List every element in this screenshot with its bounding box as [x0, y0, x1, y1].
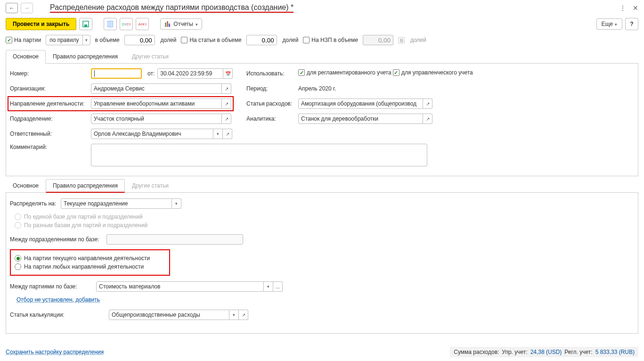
svg-rect-6: [165, 23, 166, 27]
sum-label: Сумма расходов:: [454, 349, 499, 355]
tab-main[interactable]: Основное: [6, 50, 46, 64]
distribute-select[interactable]: Текущее подразделение: [61, 198, 172, 209]
dir-label: Направление деятельности:: [10, 100, 91, 107]
mgmt-amount: 24,38 (USD): [530, 349, 562, 355]
distribute-label: Распределять на:: [10, 200, 61, 207]
article-open-icon[interactable]: [423, 98, 432, 109]
use-reg-checkbox[interactable]: [298, 69, 305, 76]
report-icon: [164, 21, 171, 27]
use-mgmt-checkbox[interactable]: [393, 69, 399, 76]
comment-label: Комментарий:: [10, 144, 91, 150]
lock-icon: ⊞: [398, 37, 405, 43]
radio-diff-base: [15, 222, 21, 229]
unit1-label: долей: [161, 37, 177, 43]
tab2-rule[interactable]: Правило распределения: [46, 179, 125, 193]
reg-amount: 5 833,33 (RUB): [595, 349, 635, 355]
use-label: Использовать:: [246, 70, 298, 77]
tab2-other: Другие статьи: [125, 179, 176, 192]
tab-rule[interactable]: Правило распределения: [46, 50, 125, 63]
back-button[interactable]: ←: [6, 3, 18, 13]
more-button[interactable]: Еще: [596, 18, 622, 30]
radio-single-base: [15, 213, 21, 220]
at-kt-icon[interactable]: АтKт: [136, 18, 149, 30]
dept-label: Подразделение:: [10, 115, 91, 122]
in-volume-label: в объеме: [95, 37, 120, 43]
resp-dropdown-icon[interactable]: [213, 129, 223, 139]
rule-select-dropdown[interactable]: [82, 35, 90, 45]
svg-rect-7: [167, 21, 168, 27]
on-batches-label: На партии: [14, 37, 41, 43]
volume3-input: [363, 35, 393, 45]
between-depts-label: Между подразделениями по базе:: [10, 236, 106, 243]
reports-label: Отчеты: [173, 21, 193, 27]
radio-any-dir-label: На партии любых направлений деятельности: [24, 263, 144, 270]
calc-article-dropdown-icon[interactable]: [229, 310, 239, 320]
close-icon[interactable]: ✕: [633, 4, 638, 12]
volume2-input[interactable]: [246, 35, 277, 45]
unit2-label: долей: [283, 37, 299, 43]
more-label: Еще: [602, 21, 613, 27]
volume1-input[interactable]: [124, 35, 155, 45]
help-button[interactable]: ?: [625, 18, 638, 30]
resp-input[interactable]: Орлов Александр Владимирович: [91, 129, 213, 139]
reg-label: Регл. учет:: [564, 349, 592, 355]
number-input[interactable]: [91, 68, 142, 79]
arrow-left-icon: ←: [9, 5, 15, 11]
rule-select-value[interactable]: по правилу: [46, 37, 82, 43]
mgmt-label: Упр. учет:: [502, 349, 527, 355]
filter-link[interactable]: Отбор не установлен, добавить: [16, 296, 100, 303]
article-input[interactable]: Амортизация оборудования (общепроизвод: [298, 98, 423, 109]
arrow-right-icon: →: [24, 5, 30, 11]
svg-rect-8: [169, 24, 170, 27]
svg-rect-1: [84, 25, 87, 27]
org-label: Организация:: [10, 85, 91, 92]
dept-open-icon[interactable]: [222, 114, 231, 124]
radio-current-dir[interactable]: [15, 255, 21, 262]
save-settings-link[interactable]: Сохранить настройку распределения: [6, 349, 104, 355]
post-icon[interactable]: [104, 18, 117, 30]
between-batches-select[interactable]: Стоимость материалов: [96, 281, 264, 292]
dept-input[interactable]: Участок столярный: [91, 114, 222, 124]
forward-button[interactable]: →: [21, 3, 33, 13]
radio-single-base-label: По единой базе для партий и подразделени…: [24, 213, 143, 220]
analytic-label: Аналитика:: [246, 115, 298, 122]
resp-open-icon[interactable]: [223, 129, 232, 139]
radio-any-dir[interactable]: [15, 263, 21, 270]
on-articles-checkbox[interactable]: [181, 37, 187, 43]
radio-current-dir-label: На партии текущего направления деятельно…: [24, 255, 150, 262]
dir-input[interactable]: Управление внеоборотными активами: [91, 98, 222, 109]
calc-article-open-icon[interactable]: [239, 310, 248, 320]
number-label: Номер:: [10, 70, 91, 77]
org-input[interactable]: Андромеда Сервис: [91, 83, 222, 94]
radio-diff-base-label: По разным базам для партий и подразделен…: [24, 222, 147, 229]
tab2-main[interactable]: Основное: [6, 179, 46, 192]
on-wip-checkbox[interactable]: [303, 37, 310, 43]
comment-textarea[interactable]: [91, 144, 427, 166]
resp-label: Ответственный:: [10, 131, 91, 137]
org-open-icon[interactable]: [222, 83, 231, 94]
more-actions-icon[interactable]: ⋮: [620, 4, 626, 12]
calc-article-select[interactable]: Общепроизводственные расходы: [109, 310, 229, 320]
dt-ct-icon[interactable]: DтCт: [120, 18, 133, 30]
between-depts-input: [106, 234, 243, 245]
date-input[interactable]: 30.04.2020 23:59:59: [157, 68, 223, 79]
article-label: Статья расходов:: [246, 100, 298, 107]
post-and-close-button[interactable]: Провести и закрыть: [6, 18, 76, 30]
between-batches-more-icon[interactable]: ...: [273, 281, 283, 292]
reports-button[interactable]: Отчеты: [160, 18, 202, 30]
period-label: Период:: [246, 85, 298, 92]
page-title: Распределение расходов между партиями пр…: [50, 3, 293, 13]
dir-open-icon[interactable]: [222, 98, 231, 109]
between-batches-dropdown-icon[interactable]: [264, 281, 273, 292]
between-batches-label: Между партиями по базе:: [10, 283, 96, 290]
analytic-input[interactable]: Станок для деревообработки: [298, 114, 423, 124]
calendar-icon[interactable]: [223, 68, 233, 79]
distribute-dropdown-icon[interactable]: [172, 198, 181, 209]
save-icon[interactable]: [79, 18, 92, 30]
on-wip-label: На НЗП в объеме: [311, 37, 358, 43]
tab-other: Другие статьи: [125, 50, 176, 63]
analytic-open-icon[interactable]: [423, 114, 432, 124]
chevron-down-icon: [615, 21, 617, 27]
on-batches-checkbox[interactable]: [6, 37, 12, 43]
from-label: от:: [147, 70, 155, 77]
